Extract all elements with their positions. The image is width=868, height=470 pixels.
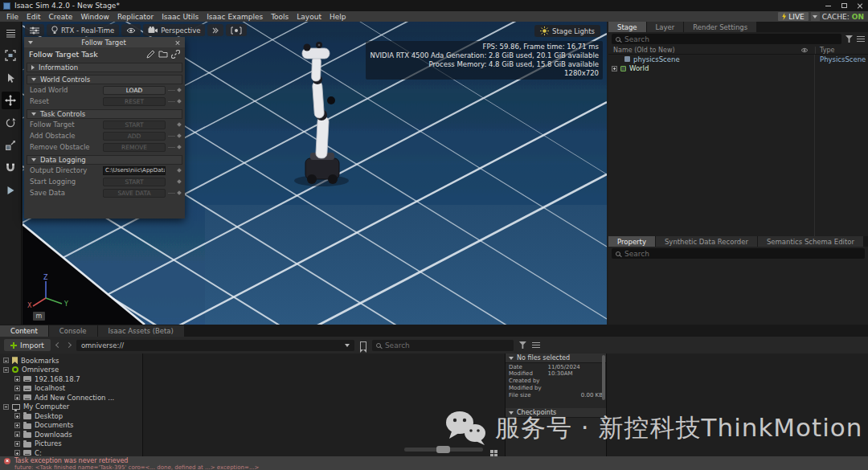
camera-selector[interactable]: Perspective	[143, 24, 205, 36]
expand-icon[interactable]	[14, 376, 20, 382]
status-error-message[interactable]: Task exception was never retrieved	[14, 457, 128, 464]
expand-icon[interactable]	[612, 66, 617, 72]
play-button[interactable]	[2, 182, 20, 199]
close-button[interactable]	[852, 1, 868, 11]
collapse-icon[interactable]	[3, 358, 9, 363]
folder-icon[interactable]	[158, 50, 168, 58]
add-button[interactable]: ADD	[103, 132, 166, 141]
forward-icon[interactable]	[66, 342, 72, 348]
axis-gizmo[interactable]: Z X Y m	[27, 274, 70, 321]
tree-item-bookmarks[interactable]: Bookmarks	[0, 356, 142, 366]
capture-button[interactable]	[226, 24, 247, 36]
back-icon[interactable]	[55, 342, 61, 348]
menu-item-isaac-utils[interactable]: Isaac Utils	[158, 13, 203, 21]
output-directory-field[interactable]: C:\Users\niic\AppData\Lo	[103, 166, 166, 175]
tree-item-pictures[interactable]: Pictures	[0, 439, 142, 449]
chevron-down-icon[interactable]	[345, 344, 350, 347]
live-dropdown[interactable]	[811, 12, 820, 21]
name-column-header[interactable]: Name (Old to New)	[608, 47, 794, 54]
expand-icon[interactable]	[14, 441, 20, 447]
visibility-column-header[interactable]	[794, 47, 815, 53]
grid-view-icon[interactable]	[490, 450, 493, 453]
options-icon[interactable]	[532, 342, 540, 344]
import-button[interactable]: Import	[4, 339, 51, 351]
stage-search-input[interactable]: Search	[612, 34, 841, 44]
link-icon[interactable]	[171, 50, 180, 59]
select-tool[interactable]	[2, 69, 20, 87]
tab-semantics-schema-editor[interactable]: Semantics Schema Editor	[758, 236, 863, 247]
menu-item-isaac-examples[interactable]: Isaac Examples	[203, 13, 267, 21]
menu-item-replicator[interactable]: Replicator	[113, 13, 158, 21]
minimize-button[interactable]	[820, 1, 836, 11]
expand-icon[interactable]	[14, 423, 20, 428]
maximize-button[interactable]	[836, 1, 852, 11]
save-data-button[interactable]: SAVE DATA	[103, 189, 166, 198]
move-tool[interactable]	[2, 92, 20, 109]
expand-icon[interactable]	[14, 450, 20, 456]
menu-item-layout[interactable]: Layout	[293, 13, 326, 21]
renderer-selector[interactable]: RTX - Real-Time	[47, 24, 119, 36]
tab-synthetic-data-recorder[interactable]: Synthetic Data Recorder	[656, 236, 757, 247]
section-task-controls[interactable]: Task Controls	[27, 109, 182, 119]
toolbar-expand-button[interactable]	[207, 24, 223, 36]
section-information[interactable]: Information	[27, 63, 182, 72]
start-follow-button[interactable]: START	[103, 121, 166, 129]
toolbar-menu-button[interactable]	[2, 24, 20, 42]
no-files-header[interactable]: No files selected	[506, 354, 606, 363]
expand-icon[interactable]	[14, 431, 20, 437]
tab-layer[interactable]: Layer	[647, 22, 684, 32]
cache-state[interactable]: ON	[852, 13, 864, 21]
menu-item-create[interactable]: Create	[45, 13, 77, 21]
options-icon[interactable]	[857, 36, 865, 38]
expand-icon[interactable]	[14, 386, 20, 391]
tab-property[interactable]: Property	[608, 236, 655, 247]
tree-item-my-computer[interactable]: My Computer	[0, 403, 142, 412]
live-toggle[interactable]: LIVE	[778, 12, 809, 21]
frame-select-tool[interactable]	[2, 47, 20, 64]
tab-isaac-assets[interactable]: Isaac Assets (Beta)	[98, 325, 184, 337]
content-search-input[interactable]: Search	[372, 340, 514, 351]
menu-item-window[interactable]: Window	[76, 13, 113, 21]
tab-stage[interactable]: Stage	[608, 22, 646, 32]
tree-item-downloads[interactable]: Downloads	[0, 430, 142, 439]
scale-tool[interactable]	[2, 137, 20, 154]
load-button[interactable]: LOAD	[103, 86, 166, 95]
snap-tool[interactable]	[2, 159, 20, 177]
edit-icon[interactable]	[146, 50, 155, 59]
zoom-slider[interactable]	[404, 448, 483, 452]
stage-row-world[interactable]: World	[608, 64, 868, 74]
tree-item-documents[interactable]: Documents	[0, 421, 142, 431]
filter-icon[interactable]	[845, 35, 853, 43]
tree-item-add-new-connection[interactable]: Add New Connection ...	[0, 393, 142, 403]
property-search-input[interactable]: Search	[612, 248, 865, 259]
tree-item-desktop[interactable]: Desktop	[0, 411, 142, 421]
tree-item-c-drive[interactable]: C:	[0, 448, 142, 456]
remove-button[interactable]: REMOVE	[103, 143, 166, 152]
collapse-icon[interactable]	[3, 367, 9, 373]
path-field[interactable]: omniverse://	[76, 340, 354, 351]
filter-icon[interactable]	[519, 341, 526, 349]
tree-item-omniverse[interactable]: Omniverse	[0, 366, 142, 375]
reset-button[interactable]: RESET	[103, 97, 166, 106]
bookmark-icon[interactable]	[360, 341, 366, 349]
viewport-settings-button[interactable]	[25, 24, 44, 36]
menu-item-tools[interactable]: Tools	[267, 13, 293, 21]
scrollbar[interactable]	[602, 355, 605, 400]
tree-item-server-ip[interactable]: 192.168.18.7	[0, 374, 142, 384]
menu-item-help[interactable]: Help	[326, 13, 350, 21]
collapse-icon[interactable]	[3, 404, 9, 410]
visibility-button[interactable]	[121, 24, 141, 36]
section-data-logging[interactable]: Data Logging	[27, 155, 182, 165]
stage-lights-button[interactable]: Stage Lights	[534, 25, 600, 37]
stage-row-physics-scene[interactable]: physicsScene PhysicsScene	[608, 55, 868, 64]
menu-item-edit[interactable]: Edit	[23, 13, 44, 21]
expand-icon[interactable]	[14, 413, 20, 419]
tab-render-settings[interactable]: Render Settings	[684, 22, 756, 32]
menu-item-file[interactable]: File	[2, 13, 23, 21]
rotate-tool[interactable]	[2, 114, 20, 132]
follow-target-panel-header[interactable]: Follow Target	[24, 37, 185, 47]
panel-close-icon[interactable]	[175, 39, 180, 44]
zoom-slider-handle[interactable]	[436, 446, 450, 453]
tree-item-localhost[interactable]: localhost	[0, 384, 142, 394]
section-world-controls[interactable]: World Controls	[27, 75, 182, 84]
